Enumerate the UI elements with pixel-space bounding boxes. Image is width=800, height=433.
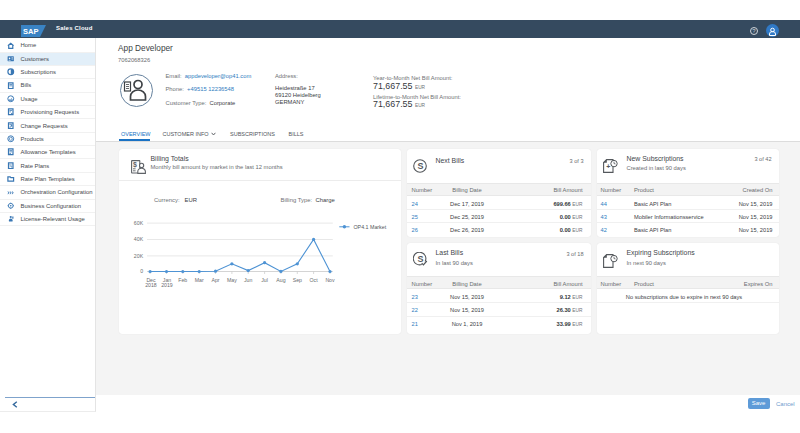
svg-text:Sep: Sep bbox=[292, 276, 301, 282]
svg-text:$: $ bbox=[133, 160, 137, 168]
svg-text:60K: 60K bbox=[133, 220, 143, 226]
svg-text:May: May bbox=[226, 276, 236, 282]
svg-text:Aug: Aug bbox=[276, 276, 285, 282]
svg-text:S: S bbox=[418, 161, 424, 171]
svg-text:Jul: Jul bbox=[261, 276, 268, 282]
svg-text:2019: 2019 bbox=[161, 282, 173, 288]
svg-text:Feb: Feb bbox=[178, 276, 187, 282]
svg-text:Nov: Nov bbox=[325, 276, 335, 282]
svg-text:SAP: SAP bbox=[23, 27, 38, 36]
svg-text:S: S bbox=[418, 254, 424, 264]
svg-text:40K: 40K bbox=[133, 236, 143, 242]
svg-text:Jun: Jun bbox=[244, 276, 252, 282]
svg-text:2018: 2018 bbox=[145, 282, 157, 288]
svg-text:Apr: Apr bbox=[211, 276, 219, 282]
svg-text:+: + bbox=[606, 163, 610, 170]
svg-text:0: 0 bbox=[140, 268, 143, 274]
svg-text:20K: 20K bbox=[133, 252, 143, 258]
svg-text:Mar: Mar bbox=[194, 276, 203, 282]
svg-text:Oct: Oct bbox=[309, 276, 318, 282]
svg-text:OP4.1 Market: OP4.1 Market bbox=[353, 224, 386, 230]
